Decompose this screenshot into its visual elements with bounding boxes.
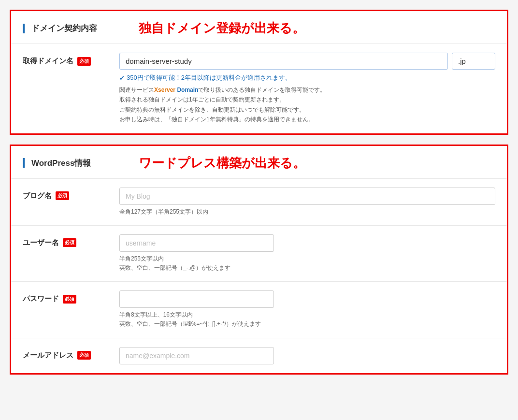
password-row: パスワード 必須 半角8文字以上、16文字以内 英数、空白、一部記号（!#$%=… (11, 282, 507, 338)
domain-name-label: 取得ドメイン名 必須 (23, 53, 119, 66)
price-note: 350円で取得可能！2年目以降は更新料金が適用されます。 (119, 73, 495, 82)
domain-name-row: 取得ドメイン名 必須 350円で取得可能！2年目以降は更新料金が適用されます。 … (11, 44, 507, 133)
title-bar-icon (23, 24, 25, 33)
domain-info-text: 関連サービスXserver Domainで取り扱いのある独自ドメインを取得可能で… (119, 85, 495, 125)
password-required-badge: 必須 (63, 295, 76, 304)
blog-name-input[interactable] (119, 188, 495, 205)
blog-required-badge: 必須 (56, 191, 69, 200)
email-required-badge: 必須 (77, 351, 91, 360)
domain-section: ドメイン契約内容 独自ドメイン登録が出来る。 取得ドメイン名 必須 350円で取… (10, 10, 508, 135)
wp-title-bar-icon (23, 158, 25, 168)
domain-section-header: ドメイン契約内容 独自ドメイン登録が出来る。 (11, 11, 507, 44)
domain-title-text: ドメイン契約内容 (31, 23, 97, 34)
wordpress-section-title: WordPress情報 (23, 158, 119, 169)
email-input[interactable] (119, 347, 274, 364)
domain-required-badge: 必須 (77, 57, 91, 66)
blog-name-label: ブログ名 必須 (23, 188, 119, 201)
domain-input-area: 350円で取得可能！2年目以降は更新料金が適用されます。 関連サービスXserv… (119, 53, 495, 125)
password-input[interactable] (119, 290, 274, 308)
username-row: ユーザー名 必須 半角255文字以内 英数、空白、一部記号（_-.@）が使えます (11, 226, 507, 282)
info-xserver: Xserver (154, 87, 175, 93)
domain-section-title: ドメイン契約内容 (23, 23, 119, 34)
username-hint: 半角255文字以内 英数、空白、一部記号（_-.@）が使えます (119, 254, 495, 273)
domain-inputs-group (119, 53, 495, 70)
password-label: パスワード 必須 (23, 290, 119, 304)
info-line3: ご契約特典の無料ドメインを除き、自動更新はいつでも解除可能です。 (119, 106, 305, 113)
info-line2: 取得される独自ドメインは1年ごとに自動で契約更新されます。 (119, 96, 285, 103)
password-hint: 半角8文字以上、16文字以内 英数、空白、一部記号（!#$%=~^|:_[].+… (119, 310, 495, 329)
wordpress-section: WordPress情報 ワードプレス構築が出来る。 ブログ名 必須 全角127文… (10, 145, 508, 375)
blog-name-input-area: 全角127文字（半角255文字）以内 (119, 188, 495, 217)
email-label: メールアドレス 必須 (23, 347, 119, 360)
info-prefix: 関連サービス (119, 87, 154, 93)
info-suffix: で取り扱いのある独自ドメインを取得可能です。 (198, 87, 326, 93)
wordpress-headline: ワードプレス構築が出来る。 (139, 155, 305, 172)
info-domain-link: Domain (177, 87, 198, 93)
blog-name-hint: 全角127文字（半角255文字）以内 (119, 207, 495, 217)
password-input-area: 半角8文字以上、16文字以内 英数、空白、一部記号（!#$%=~^|:_[].+… (119, 290, 495, 329)
domain-name-input[interactable] (119, 53, 448, 70)
wordpress-section-header: WordPress情報 ワードプレス構築が出来る。 (11, 146, 507, 179)
email-input-area (119, 347, 495, 364)
username-required-badge: 必須 (63, 238, 76, 247)
username-input[interactable] (119, 234, 274, 252)
wordpress-title-text: WordPress情報 (31, 158, 91, 169)
blog-name-row: ブログ名 必須 全角127文字（半角255文字）以内 (11, 179, 507, 226)
username-input-area: 半角255文字以内 英数、空白、一部記号（_-.@）が使えます (119, 234, 495, 273)
username-label: ユーザー名 必須 (23, 234, 119, 247)
info-line4: お申し込み時は、「独自ドメイン1年無料特典」の特典を適用できません。 (119, 116, 314, 123)
email-row: メールアドレス 必須 (11, 338, 507, 373)
domain-tld-input[interactable] (452, 53, 495, 70)
domain-headline: 独自ドメイン登録が出来る。 (139, 20, 305, 37)
